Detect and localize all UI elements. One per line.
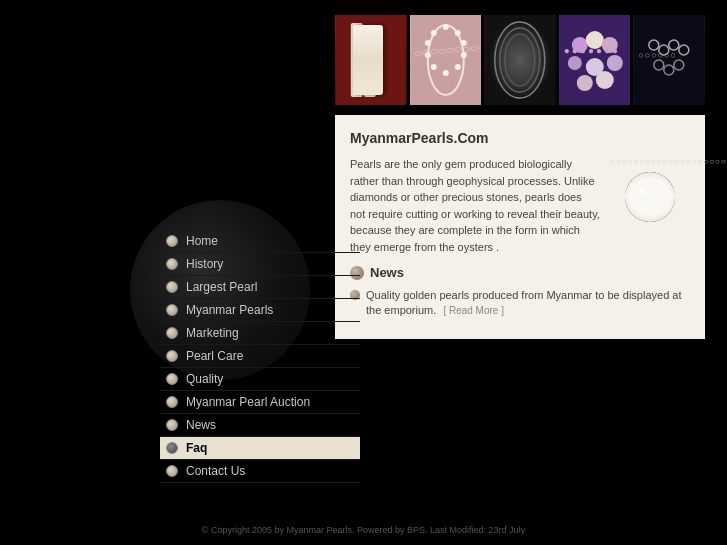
svg-rect-1 — [351, 23, 363, 97]
svg-point-27 — [577, 75, 593, 91]
read-more-link[interactable]: [ Read More ] — [443, 305, 504, 316]
nav-bullet-icon — [166, 327, 178, 339]
nav-item-contact-us[interactable]: Contact Us — [160, 460, 360, 483]
nav-item-home[interactable]: Home — [160, 230, 360, 253]
news-section: News Quality golden pearls produced from… — [350, 265, 690, 319]
nav-item-history[interactable]: History — [160, 253, 360, 276]
nav-bullet-icon — [166, 258, 178, 270]
top-image-4 — [559, 15, 631, 105]
nav-item-largest-pearl[interactable]: Largest Pearl — [160, 276, 360, 299]
svg-point-11 — [430, 64, 436, 70]
svg-point-13 — [424, 40, 430, 46]
svg-point-23 — [602, 37, 618, 53]
nav-item-marketing[interactable]: Marketing — [160, 322, 360, 345]
nav-item-label: History — [186, 257, 223, 271]
nav-bullet-icon — [166, 235, 178, 247]
nav-bullet-icon — [166, 465, 178, 477]
svg-point-17 — [500, 28, 540, 92]
nav-item-myanmar-pearl-auction[interactable]: Myanmar Pearl Auction — [160, 391, 360, 414]
site-title: MyanmarPearls.Com — [350, 130, 690, 146]
svg-point-16 — [495, 22, 545, 98]
svg-point-28 — [596, 71, 614, 89]
svg-point-5 — [442, 24, 448, 30]
svg-point-7 — [460, 40, 466, 46]
svg-point-21 — [572, 37, 588, 53]
svg-point-40 — [628, 178, 672, 216]
nav-item-label: Marketing — [186, 326, 239, 340]
footer-text: © Copyright 2005 by Myanmar Pearls. Powe… — [202, 525, 525, 535]
svg-point-14 — [430, 30, 436, 36]
nav-bullet-icon — [166, 419, 178, 431]
nav-item-news[interactable]: News — [160, 414, 360, 437]
top-image-1 — [335, 15, 407, 105]
news-title: News — [370, 265, 404, 280]
nav-item-faq[interactable]: Faq — [160, 437, 360, 460]
svg-point-24 — [568, 56, 582, 70]
svg-point-8 — [460, 52, 466, 58]
svg-rect-2 — [364, 25, 376, 97]
nav-bullet-icon — [166, 304, 178, 316]
nav-bullet-icon — [166, 373, 178, 385]
news-item-text: Quality golden pearls produced from Myan… — [366, 289, 682, 316]
svg-point-18 — [505, 34, 535, 86]
top-image-5 — [633, 15, 705, 105]
svg-point-41 — [639, 188, 645, 194]
nav-item-label: Quality — [186, 372, 223, 386]
svg-rect-0 — [336, 15, 406, 105]
nav-item-label: Contact Us — [186, 464, 245, 478]
nav-bullet-icon — [166, 350, 178, 362]
nav-bullet-icon — [166, 396, 178, 408]
nav-item-myanmar-pearls[interactable]: Myanmar Pearls — [160, 299, 360, 322]
news-item: Quality golden pearls produced from Myan… — [350, 288, 690, 319]
svg-point-10 — [442, 70, 448, 76]
nav-item-label: Pearl Care — [186, 349, 243, 363]
nav-bullet-icon — [166, 442, 178, 454]
svg-point-6 — [454, 30, 460, 36]
top-image-3 — [484, 15, 556, 105]
svg-rect-29 — [634, 15, 704, 105]
svg-point-9 — [454, 64, 460, 70]
main-content-area: MyanmarPearls.Com Pearls are the only ge… — [335, 115, 705, 339]
news-header: News — [350, 265, 690, 280]
nav-item-label: Myanmar Pearls — [186, 303, 273, 317]
nav-item-label: News — [186, 418, 216, 432]
pearl-decoration — [610, 156, 690, 216]
svg-point-26 — [607, 55, 623, 71]
nav-item-quality[interactable]: Quality — [160, 368, 360, 391]
nav-bullet-icon — [166, 281, 178, 293]
top-image-strip — [335, 15, 705, 105]
nav-menu: HomeHistoryLargest PearlMyanmar PearlsMa… — [160, 230, 360, 483]
svg-rect-15 — [485, 15, 555, 105]
nav-item-label: Myanmar Pearl Auction — [186, 395, 310, 409]
svg-point-22 — [586, 31, 604, 49]
svg-point-12 — [424, 52, 430, 58]
top-image-2 — [410, 15, 482, 105]
nav-item-label: Largest Pearl — [186, 280, 257, 294]
nav-item-pearl-care[interactable]: Pearl Care — [160, 345, 360, 368]
news-text: Quality golden pearls produced from Myan… — [366, 288, 690, 319]
nav-item-label: Faq — [186, 441, 207, 455]
footer: © Copyright 2005 by Myanmar Pearls. Powe… — [0, 525, 727, 535]
nav-item-label: Home — [186, 234, 218, 248]
